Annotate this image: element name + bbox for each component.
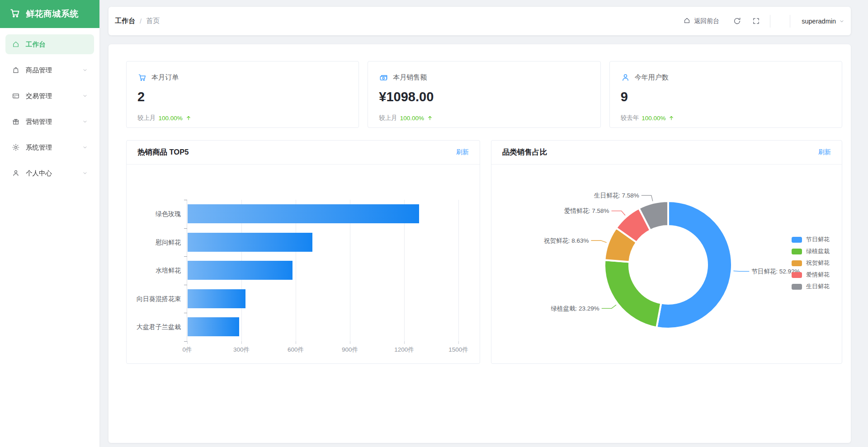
user-menu[interactable]: superadmin — [802, 18, 844, 25]
legend-marker — [792, 272, 802, 278]
stat-delta: 较上月 100.00% — [137, 114, 348, 122]
axis-tick — [184, 341, 187, 342]
sidebar-item-label: 系统管理 — [26, 143, 52, 152]
chevron-down-icon — [82, 170, 88, 176]
bar-大盆君子兰盆栽[interactable] — [188, 317, 239, 336]
topbar-actions: 返回前台 superadmin — [683, 15, 844, 28]
chevron-down-icon — [82, 67, 88, 73]
sidebar-item-label: 工作台 — [26, 40, 46, 49]
bar-向日葵混搭花束[interactable] — [188, 289, 245, 308]
stat-value: 2 — [137, 89, 348, 104]
home-icon — [683, 17, 691, 26]
sidebar-menu: 工作台商品管理交易管理营销管理系统管理个人中心 — [0, 28, 99, 183]
refresh-link[interactable]: 刷新 — [818, 148, 831, 156]
sidebar: 鲜花商城系统 工作台商品管理交易管理营销管理系统管理个人中心 — [0, 0, 99, 447]
chevron-down-icon — [839, 19, 844, 24]
legend-item-绿植盆栽[interactable]: 绿植盆栽 — [792, 245, 830, 257]
money-icon — [379, 73, 388, 82]
donut-legend: 节日鲜花绿植盆栽祝贺鲜花爱情鲜花生日鲜花 — [792, 234, 830, 292]
axis-tick — [404, 341, 405, 344]
chevron-down-icon — [82, 93, 88, 99]
axis-tick — [184, 228, 187, 229]
axis-tick — [241, 341, 242, 344]
axis-tick — [350, 341, 350, 344]
trend-up-icon — [185, 115, 192, 121]
app-logo: 鲜花商城系统 — [0, 0, 99, 28]
bag-icon — [12, 66, 20, 74]
gift-icon — [12, 118, 20, 126]
cart-icon — [137, 73, 147, 82]
axis-tick — [458, 341, 459, 344]
charts-row: 热销商品 TOP5 刷新 0件300件600件900件1200件1500件绿色玫… — [126, 140, 842, 364]
sidebar-item-个人中心[interactable]: 个人中心 — [5, 163, 94, 183]
stat-delta: 较上月 100.00% — [379, 114, 589, 122]
category-label: 向日葵混搭花束 — [121, 294, 181, 303]
stat-row: 本月订单 2 较上月 100.00% 本月销售额 — [126, 61, 842, 128]
legend-label: 祝贺鲜花 — [806, 259, 830, 267]
user-icon — [621, 73, 630, 82]
axis-tick — [184, 313, 187, 313]
topbar-divider — [770, 15, 770, 28]
pie-slice-绿植盆栽[interactable] — [604, 260, 661, 327]
axis-tick — [184, 285, 187, 285]
refresh-icon[interactable] — [733, 17, 741, 25]
x-tick-label: 600件 — [278, 346, 314, 354]
legend-marker — [792, 260, 802, 266]
stat-title: 今年用户数 — [635, 73, 669, 82]
fullscreen-icon[interactable] — [752, 17, 760, 25]
bar-水培鲜花[interactable] — [188, 261, 292, 280]
username: superadmin — [802, 18, 836, 25]
pie-label: 绿植盆栽: 23.29% — [551, 305, 599, 312]
category-share-title: 品类销售占比 — [502, 147, 547, 157]
stat-card-sales: 本月销售额 ¥1098.00 较上月 100.00% — [368, 61, 600, 128]
legend-marker — [792, 249, 802, 254]
x-tick-label: 1500件 — [440, 346, 476, 354]
sidebar-item-label: 个人中心 — [26, 169, 52, 178]
legend-item-爱情鲜花[interactable]: 爱情鲜花 — [792, 269, 830, 281]
pie-callout-line — [642, 195, 653, 201]
main-area: 工作台 / 首页 返回前台 superadmin — [99, 0, 868, 443]
legend-label: 节日鲜花 — [806, 235, 830, 244]
sidebar-item-工作台[interactable]: 工作台 — [5, 34, 94, 54]
stat-value: ¥1098.00 — [379, 89, 589, 104]
breadcrumb: 工作台 / 首页 — [115, 17, 160, 25]
content-panel: 本月订单 2 较上月 100.00% 本月销售额 — [108, 44, 851, 443]
sidebar-item-交易管理[interactable]: 交易管理 — [5, 86, 94, 106]
x-tick-label: 0件 — [169, 346, 205, 354]
x-tick-label: 300件 — [223, 346, 259, 354]
bar-慰问鲜花[interactable] — [188, 233, 312, 252]
bar-plot: 0件300件600件900件1200件1500件绿色玫瑰慰问鲜花水培鲜花向日葵混… — [187, 200, 458, 341]
category-share-card: 品类销售占比 刷新 节日鲜花: 52.92%绿植盆栽: 23.29%祝贺鲜花: … — [491, 140, 842, 364]
user-icon — [12, 169, 20, 177]
app-title: 鲜花商城系统 — [26, 8, 79, 20]
sidebar-item-系统管理[interactable]: 系统管理 — [5, 137, 94, 157]
pie-callout-line — [591, 240, 606, 242]
legend-item-祝贺鲜花[interactable]: 祝贺鲜花 — [792, 257, 830, 269]
category-label: 水培鲜花 — [121, 266, 181, 275]
category-label: 大盆君子兰盆栽 — [121, 322, 181, 331]
sidebar-item-营销管理[interactable]: 营销管理 — [5, 112, 94, 132]
legend-label: 生日鲜花 — [806, 282, 830, 291]
stat-title: 本月订单 — [151, 73, 179, 82]
breadcrumb-root[interactable]: 工作台 — [115, 17, 135, 25]
grid-line — [458, 200, 459, 341]
sidebar-item-label: 营销管理 — [26, 118, 52, 126]
legend-marker — [792, 237, 802, 243]
sidebar-item-商品管理[interactable]: 商品管理 — [5, 60, 94, 80]
pie-callout-line — [602, 305, 616, 308]
x-tick-label: 900件 — [332, 346, 368, 354]
refresh-link[interactable]: 刷新 — [456, 148, 469, 156]
legend-marker — [792, 284, 802, 290]
axis-tick — [184, 200, 187, 200]
legend-label: 爱情鲜花 — [806, 271, 830, 279]
gear-icon — [12, 143, 20, 151]
legend-label: 绿植盆栽 — [806, 247, 830, 255]
legend-item-生日鲜花[interactable]: 生日鲜花 — [792, 281, 830, 292]
legend-item-节日鲜花[interactable]: 节日鲜花 — [792, 234, 830, 245]
back-to-front-button[interactable]: 返回前台 — [683, 17, 719, 26]
stat-card-orders: 本月订单 2 较上月 100.00% — [126, 61, 359, 128]
bar-绿色玫瑰[interactable] — [188, 204, 419, 223]
chevron-down-icon — [82, 145, 88, 150]
breadcrumb-separator: / — [140, 17, 142, 25]
chevron-down-icon — [82, 119, 88, 124]
